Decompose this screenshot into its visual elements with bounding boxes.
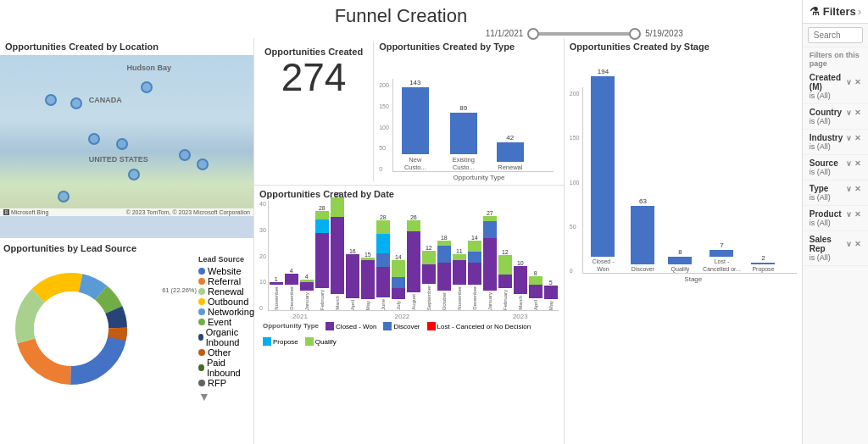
bar-existing: 89 Existing Custo... [446, 104, 481, 171]
legend-item-organic: Organic Inbound [198, 327, 254, 347]
search-input[interactable] [808, 27, 863, 43]
opp-type-xlabel: Opportunity Type [404, 174, 554, 181]
filter-clear-salesrep[interactable]: ✕ [854, 240, 861, 248]
filter-clear-type[interactable]: ✕ [854, 185, 861, 193]
y-axis-type: 200 150 100 50 0 [379, 79, 389, 172]
stage-bar-propose: 2 Propose [749, 254, 776, 273]
bar-jun22: 28 June [376, 214, 390, 310]
map-dot [58, 191, 70, 203]
filter-clear-created[interactable]: ✕ [854, 78, 861, 86]
left-column: Opportunities Created by Location CANADA… [0, 38, 254, 444]
filters-on-page-label: Filters on this page [803, 47, 868, 69]
legend-dot-outbound [198, 298, 205, 305]
filter-chevron-country[interactable]: ∨ [846, 108, 852, 117]
map-label-hudson: Hudson Bay [127, 64, 172, 72]
legend-item-other: Other [198, 347, 254, 358]
legend-label-event: Event [208, 317, 231, 327]
bar-dec21: 4 December [285, 268, 298, 310]
content-area: Funnel Creation 11/1/2021 5/19/2023 Oppo… [0, 0, 802, 444]
middle-column: Opportunities Created 274 Opportunities … [254, 38, 565, 444]
legend-item-renewal: Renewal [198, 286, 254, 297]
legend-lost: Lost - Canceled or No Decision [427, 322, 531, 330]
bar-sep22: 12 September [422, 245, 436, 310]
filter-chevron-source[interactable]: ∨ [846, 159, 852, 168]
filter-clear-product[interactable]: ✕ [854, 210, 861, 219]
slider-thumb-right[interactable] [629, 28, 641, 40]
legend-scroll-down[interactable]: ▼ [198, 390, 254, 403]
bar-jul22: 14 July [392, 254, 405, 310]
slider-thumb-left[interactable] [527, 28, 539, 40]
legend-item-rfp: RFP [198, 378, 254, 388]
opp-type-chart-inner: 200 150 100 50 0 143 [379, 53, 554, 172]
type-bars-container: 143 New Custo... 89 Existing Custo... [392, 79, 554, 172]
map-dot [70, 97, 82, 109]
bar-oct22: 18 October [437, 235, 451, 310]
bar-apr22: 16 April [346, 248, 359, 310]
date-start-label: 11/1/2021 [486, 29, 524, 38]
donut-inner [34, 291, 108, 366]
y-axis-date: 40 30 20 10 0 [259, 201, 266, 311]
lead-source-content: 9 (3.28%) 16 (5.84%) 18 (6.57%) 19 (6.93… [3, 255, 250, 403]
bar-feb23: 12 February [498, 249, 512, 310]
filters-sidebar: ⚗ Filters › Filters on this page Created… [802, 0, 868, 444]
opp-type-title: Opportunities Created by Type [379, 42, 554, 52]
legend-dot-referral [198, 278, 205, 285]
legend-item-event: Event [198, 317, 254, 327]
legend-dot-other [198, 349, 205, 356]
legend-dot-event [198, 319, 205, 325]
legend-item-paid: Paid Inbound [198, 358, 254, 378]
stage-chart-inner: 200 150 100 50 0 194 Closed - Won [570, 53, 797, 274]
page-header: Funnel Creation [0, 0, 802, 29]
bing-logo: 🅱 Microsoft Bing [3, 209, 48, 215]
date-slider-track[interactable] [533, 32, 635, 36]
filter-clear-industry[interactable]: ✕ [854, 134, 861, 142]
date-chart-legend: Opportunity Type Closed - Won Discover L… [263, 320, 559, 347]
opp-date-title: Opportunities Created by Date [259, 189, 559, 199]
opp-date-chart-area: 40 30 20 10 0 1 [259, 201, 559, 311]
filter-chevron-type[interactable]: ∨ [846, 185, 852, 193]
opp-type-chart: Opportunities Created by Type 200 150 10… [374, 42, 559, 181]
legend-label-rfp: RFP [208, 378, 226, 388]
lead-source-title: Opportunities by Lead Source [3, 241, 250, 255]
map-dot [88, 133, 100, 145]
bar-mar22: 35 March [331, 191, 344, 310]
map-dot [141, 81, 153, 93]
stage-bar-lost: 7 Lost - Cancelled or... [702, 241, 741, 273]
filter-clear-source[interactable]: ✕ [854, 159, 861, 168]
right-charts: Opportunities Created by Stage 200 150 1… [565, 38, 802, 444]
map-title: Opportunities Created by Location [0, 38, 253, 55]
sidebar-collapse-button[interactable]: › [858, 6, 861, 18]
bar-renewal-fill [497, 142, 524, 162]
opp-created-value: 274 [264, 58, 363, 97]
legend-dot-paid [198, 364, 204, 371]
bar-apr23: 8 April [529, 270, 542, 310]
filter-chevron-industry[interactable]: ∨ [846, 134, 852, 142]
filter-clear-country[interactable]: ✕ [854, 108, 861, 117]
bar-new-cust-fill [402, 87, 429, 154]
opp-date-section: Opportunities Created by Date 40 30 20 1… [254, 186, 564, 444]
legend-closed-won: Closed - Won [326, 322, 376, 330]
map-label-canada: CANADA [89, 96, 122, 104]
stage-xlabel: Stage [590, 275, 797, 283]
map-section: Opportunities Created by Location CANADA… [0, 38, 253, 238]
legend-label-paid: Paid Inbound [207, 358, 254, 378]
legend-item-outbound: Outbound [198, 297, 254, 307]
map-dot [45, 94, 57, 106]
top-middle: Opportunities Created 274 Opportunities … [254, 38, 564, 186]
page-title: Funnel Creation [0, 5, 802, 27]
stage-bar-qualify: 8 Qualify [666, 248, 693, 273]
filter-chevron-created[interactable]: ∨ [846, 78, 852, 86]
map-attribution: 🅱 Microsoft Bing © 2023 TomTom, © 2023 M… [0, 208, 253, 216]
legend-item-referral: Referral [198, 276, 254, 286]
legend-title: Lead Source [198, 255, 254, 264]
stage-title: Opportunities Created by Stage [570, 42, 797, 52]
map-dot [179, 149, 191, 161]
legend-label-website: Website [208, 266, 242, 276]
legend-discover: Discover [383, 322, 420, 330]
stage-bars-container: 194 Closed - Won 63 Discover [582, 87, 796, 274]
legend-dot-rfp [198, 380, 205, 386]
filter-chevron-product[interactable]: ∨ [846, 210, 852, 219]
filter-chevron-salesrep[interactable]: ∨ [846, 240, 852, 248]
stage-bar-discover: 63 Discover [627, 197, 658, 273]
map-dot [116, 138, 128, 150]
